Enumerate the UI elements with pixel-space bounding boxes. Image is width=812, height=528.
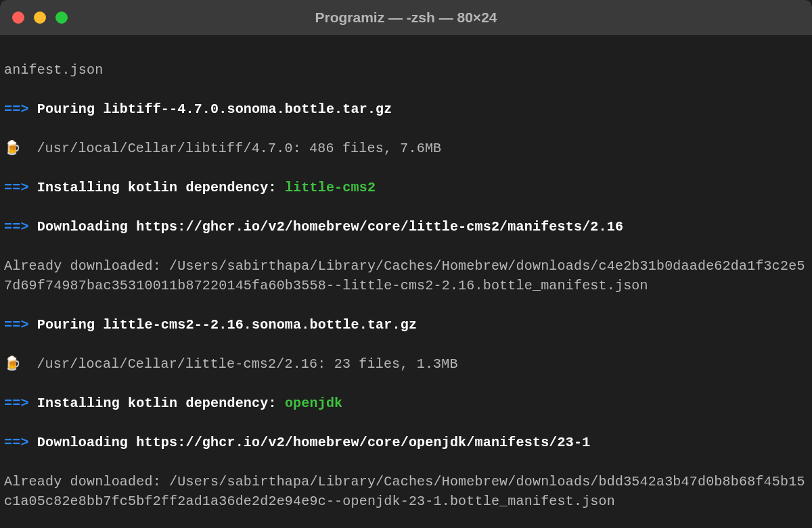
minimize-button[interactable] (34, 11, 46, 24)
package-name: openjdk (285, 395, 342, 411)
arrow-icon: ==> (4, 317, 29, 333)
output-line: 🍺 /usr/local/Cellar/little-cms2/2.16: 23… (4, 354, 808, 374)
output-line: anifest.json (4, 60, 808, 80)
output-text: Downloading https://ghcr.io/v2/homebrew/… (37, 435, 591, 450)
output-line: ==> Downloading https://ghcr.io/v2/homeb… (4, 217, 808, 237)
arrow-icon: ==> (4, 101, 29, 117)
output-line: 🍺 /usr/local/Cellar/libtiff/4.7.0: 486 f… (4, 139, 808, 158)
window-title: Programiz — -zsh — 80×24 (0, 9, 812, 26)
output-line: ==> Pouring libtiff--4.7.0.sonoma.bottle… (4, 99, 808, 119)
beer-icon: 🍺 (4, 354, 20, 374)
output-text: Installing kotlin dependency: (37, 180, 285, 195)
arrow-icon: ==> (4, 395, 29, 411)
terminal-content[interactable]: anifest.json ==> Pouring libtiff--4.7.0.… (0, 35, 812, 528)
output-line: ==> Downloading https://ghcr.io/v2/homeb… (4, 433, 808, 452)
traffic-lights (12, 11, 68, 24)
output-text: Installing kotlin dependency: (37, 395, 285, 411)
output-line: ==> Pouring little-cms2--2.16.sonoma.bot… (4, 315, 808, 335)
output-line: ==> Installing kotlin dependency: little… (4, 178, 808, 197)
output-line: ==> Installing kotlin dependency: openjd… (4, 393, 808, 413)
maximize-button[interactable] (55, 11, 68, 24)
package-name: little-cms2 (285, 180, 376, 195)
output-text: Pouring libtiff--4.7.0.sonoma.bottle.tar… (37, 101, 392, 117)
arrow-icon: ==> (4, 180, 29, 195)
output-text: Downloading https://ghcr.io/v2/homebrew/… (37, 219, 623, 235)
output-text: /usr/local/Cellar/libtiff/4.7.0: 486 fil… (20, 141, 441, 156)
output-line: Already downloaded: /Users/sabirthapa/Li… (4, 256, 808, 295)
output-line: Already downloaded: /Users/sabirthapa/Li… (4, 472, 808, 511)
beer-icon: 🍺 (4, 139, 20, 158)
arrow-icon: ==> (4, 435, 29, 450)
close-button[interactable] (12, 11, 24, 24)
window-titlebar: Programiz — -zsh — 80×24 (0, 0, 812, 35)
arrow-icon: ==> (4, 219, 29, 235)
output-text: Pouring little-cms2--2.16.sonoma.bottle.… (37, 317, 417, 333)
output-text: /usr/local/Cellar/little-cms2/2.16: 23 f… (20, 356, 458, 372)
